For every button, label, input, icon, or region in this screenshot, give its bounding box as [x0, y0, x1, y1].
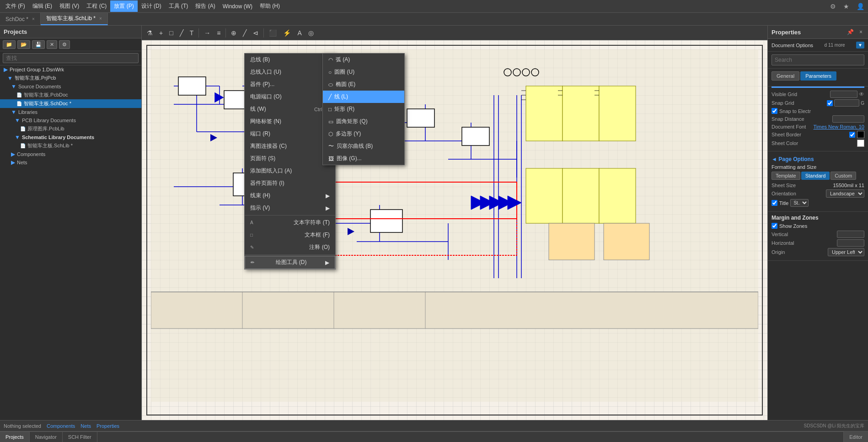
sub-rounded-rect[interactable]: ▭ 圆角矩形 (Q)	[323, 115, 404, 128]
tree-item-nets[interactable]: ▶ Nets	[0, 158, 141, 167]
snap-grid-input[interactable]: 100mil	[834, 99, 859, 107]
tab-parameters[interactable]: Parameters	[800, 71, 836, 81]
format-standard-btn[interactable]: Standard	[801, 172, 830, 180]
menu-wire[interactable]: 线 (W) Ctrl+W	[245, 103, 335, 115]
tab-schlib[interactable]: 智能车主板.SchLib * ×	[41, 13, 108, 25]
tab-general[interactable]: General	[772, 71, 799, 81]
zoom-in-tool[interactable]: ⊕	[229, 28, 239, 38]
visible-grid-input[interactable]: 100mil	[830, 91, 857, 98]
menu-bus[interactable]: 总线 (B)	[245, 54, 335, 66]
tree-item-pcblib[interactable]: 📄 原理图库.PcbLib	[0, 124, 141, 133]
snap-grid-checkbox[interactable]	[827, 100, 833, 106]
menu-directive[interactable]: 指示 (V) ▶	[245, 202, 335, 214]
orientation-select[interactable]: Landscape Portrait	[826, 189, 864, 198]
sub-bezier[interactable]: 〜 贝塞尔曲线 (B)	[323, 140, 404, 152]
vertical-input[interactable]: 4	[837, 231, 864, 238]
bottom-tab-sch-filter[interactable]: SCH Filter	[63, 432, 97, 442]
rect-tool[interactable]: □	[167, 28, 175, 38]
snap-distance-input[interactable]: 40mil	[832, 115, 864, 123]
menu-design[interactable]: 设计 (D)	[138, 0, 165, 12]
settings-sidebar-btn[interactable]: ⚙	[59, 40, 70, 49]
menu-drawing-tools[interactable]: ✏ 绘图工具 (D) ▶	[245, 256, 335, 269]
tree-item-sch-lib-docs[interactable]: ▼ Schematic Library Documents	[0, 133, 141, 141]
schematic-canvas[interactable]: 总线 (B) 总线入口 (U) 器件 (P)... 电源端口 (O) 线 (W)…	[142, 40, 767, 420]
menu-edit[interactable]: 编辑 (E)	[29, 0, 56, 12]
wire-tool[interactable]: ╱	[241, 28, 249, 38]
menu-port[interactable]: 端口 (R)	[245, 128, 335, 140]
visible-grid-eye-icon[interactable]: 👁	[859, 91, 864, 97]
horizontal-input[interactable]: 8	[837, 239, 864, 247]
sub-line[interactable]: ╱ 线 (L)	[323, 91, 404, 103]
menu-place[interactable]: 放置 (P)	[110, 0, 137, 12]
filter-btn[interactable]: ▼	[856, 42, 864, 49]
sub-arc[interactable]: ◠ 弧 (A)	[323, 54, 404, 66]
save-btn[interactable]: 💾	[32, 40, 45, 49]
tab-close-schdoc[interactable]: ×	[32, 16, 35, 22]
menu-project[interactable]: 工程 (C)	[83, 0, 110, 12]
sub-image[interactable]: 🖼 图像 (G)...	[323, 152, 404, 165]
add-tool[interactable]: +	[157, 28, 165, 38]
tree-item-schlib[interactable]: 📄 智能车主板.SchLib *	[0, 141, 141, 150]
settings-icon[interactable]: ⚙	[828, 2, 838, 11]
snap-electrical-checkbox[interactable]	[772, 108, 777, 114]
tree-item-components[interactable]: ▶ Components	[0, 150, 141, 158]
doc-font-link[interactable]: Times New Roman, 10	[814, 124, 864, 129]
bottom-tab-navigator[interactable]: Navigator	[30, 432, 63, 442]
close-btn[interactable]: ✕	[47, 40, 57, 49]
sub-rectangle[interactable]: □ 矩形 (R)	[323, 103, 404, 115]
power-tool[interactable]: ⚡	[281, 28, 293, 38]
format-template-btn[interactable]: Template	[772, 172, 800, 180]
line-tool[interactable]: ╱	[177, 28, 186, 38]
menu-file[interactable]: 文件 (F)	[2, 0, 29, 12]
menu-sheet-symbol[interactable]: 页面符 (S)	[245, 152, 335, 165]
menu-harness[interactable]: 线束 (H) ▶	[245, 189, 335, 202]
tree-item-schdoc[interactable]: 📄 智能车主板.SchDoc *	[0, 99, 141, 108]
show-zones-checkbox[interactable]	[772, 223, 777, 229]
menu-off-sheet[interactable]: 离图连接器 (C)	[245, 140, 335, 152]
sub-circle[interactable]: ○ 圆圈 (U)	[323, 66, 404, 78]
menu-text-box[interactable]: □ 文本框 (F)	[245, 229, 335, 241]
sheet-border-color-swatch[interactable]	[857, 131, 864, 138]
title-block-checkbox[interactable]	[772, 200, 777, 206]
menu-tools[interactable]: 工具 (T)	[165, 0, 192, 12]
menu-power-port[interactable]: 电源端口 (O)	[245, 91, 335, 103]
component-tool[interactable]: ⬛	[267, 28, 279, 38]
tree-item-project[interactable]: ▼ 智能车主板.PrjPcb	[0, 74, 141, 82]
sub-polygon[interactable]: ⬡ 多边形 (Y)	[323, 128, 404, 140]
panel-close-btn[interactable]: ×	[857, 28, 864, 36]
pin-tool[interactable]: ⊲	[251, 28, 261, 38]
annotation-tool[interactable]: A	[295, 28, 304, 38]
title-style-select[interactable]: St...	[790, 199, 809, 207]
menu-note[interactable]: ✎ 注释 (O)	[245, 241, 335, 253]
origin-select[interactable]: Upper Left Lower Left	[828, 248, 864, 256]
tree-item-pcb-lib-docs[interactable]: ▼ PCB Library Documents	[0, 116, 141, 124]
new-project-btn[interactable]: 📁	[3, 40, 16, 49]
probe-tool[interactable]: ◎	[306, 28, 316, 38]
open-btn[interactable]: 📂	[17, 40, 30, 49]
menu-text-string[interactable]: A 文本字符串 (T)	[245, 216, 335, 229]
format-custom-btn[interactable]: Custom	[830, 172, 856, 180]
menu-window[interactable]: Window (W)	[219, 1, 256, 11]
tree-item-pcbdoc[interactable]: 📄 智能车主板.PcbDoc	[0, 91, 141, 99]
sidebar-search-input[interactable]	[3, 53, 139, 63]
text-tool[interactable]: T	[188, 28, 196, 38]
nets-link[interactable]: Nets	[80, 423, 91, 429]
star-icon[interactable]: ★	[841, 2, 851, 11]
sheet-color-swatch[interactable]	[857, 140, 864, 147]
bus-tool[interactable]: ≡	[214, 28, 223, 38]
menu-bus-entry[interactable]: 总线入口 (U)	[245, 66, 335, 78]
panel-search-input[interactable]	[772, 54, 864, 65]
tree-item-libraries[interactable]: ▼ Libraries	[0, 108, 141, 116]
arrow-tool[interactable]: →	[202, 28, 213, 38]
tab-schdoc[interactable]: SchDoc * ×	[0, 13, 41, 25]
sheet-border-checkbox[interactable]	[849, 132, 855, 138]
bottom-tab-projects[interactable]: Projects	[0, 432, 30, 442]
panel-pin-btn[interactable]: 📌	[845, 28, 856, 36]
components-link[interactable]: Components	[47, 423, 75, 429]
menu-report[interactable]: 报告 (A)	[192, 0, 219, 12]
editor-tab[interactable]: Editor	[843, 431, 868, 442]
tree-item-project-group[interactable]: ▶ Project Group 1.DsnWrk	[0, 65, 141, 74]
menu-add-entry[interactable]: 添加图纸入口 (A)	[245, 165, 335, 177]
filter-tool[interactable]: ⚗	[145, 28, 155, 38]
menu-net-label[interactable]: 网络标签 (N)	[245, 115, 335, 128]
